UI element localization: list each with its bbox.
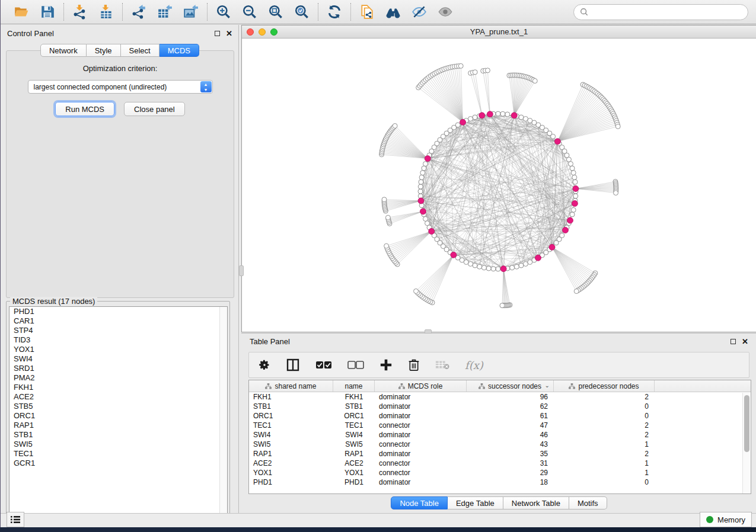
search-box[interactable] — [573, 4, 748, 20]
table-scrollbar-thumb[interactable] — [744, 395, 749, 452]
tab-network-table[interactable]: Network Table — [503, 496, 569, 509]
table-settings-button[interactable] — [259, 356, 270, 374]
network-canvas[interactable] — [242, 39, 756, 332]
table-row[interactable]: TEC1TEC1connector472 — [249, 421, 751, 430]
tab-mcds[interactable]: MCDS — [160, 44, 199, 57]
show-all-button[interactable] — [436, 3, 454, 21]
mcds-hub-node[interactable] — [451, 252, 457, 258]
mcds-result-item[interactable]: TID3 — [9, 335, 227, 345]
network-node[interactable] — [523, 261, 528, 266]
mcds-hub-node[interactable] — [420, 209, 426, 214]
network-node[interactable] — [573, 180, 578, 184]
close-panel-button[interactable]: Close panel — [124, 102, 185, 116]
mcds-result-item[interactable]: STB1 — [9, 430, 227, 440]
export-network-button[interactable] — [130, 3, 148, 21]
network-node[interactable] — [496, 111, 500, 116]
network-node[interactable] — [496, 267, 500, 271]
network-node[interactable] — [571, 207, 576, 212]
network-node[interactable] — [510, 265, 515, 270]
mcds-hub-node[interactable] — [460, 119, 466, 125]
table-row[interactable]: ORC1ORC1dominator610 — [249, 411, 751, 421]
network-node[interactable] — [486, 266, 491, 271]
mcds-list-scrollbar[interactable] — [219, 307, 227, 518]
mcds-result-item[interactable]: YOX1 — [9, 345, 227, 354]
tab-style[interactable]: Style — [87, 44, 121, 57]
mcds-hub-node[interactable] — [479, 113, 485, 118]
network-node[interactable] — [505, 112, 510, 117]
mcds-result-item[interactable]: PHD1 — [9, 307, 227, 316]
zoom-fit-button[interactable] — [267, 3, 285, 21]
network-node[interactable] — [551, 134, 556, 139]
network-node[interactable] — [419, 180, 423, 184]
mcds-hub-node[interactable] — [511, 113, 517, 118]
network-node[interactable] — [528, 259, 532, 264]
table-row[interactable]: RAP1RAP1dominator352 — [249, 449, 751, 459]
save-session-button[interactable] — [39, 3, 56, 21]
mcds-result-item[interactable]: RAP1 — [9, 421, 227, 430]
network-node[interactable] — [418, 189, 423, 194]
network-node[interactable] — [425, 221, 430, 226]
network-node[interactable] — [519, 115, 524, 120]
network-node[interactable] — [491, 267, 496, 271]
import-network-button[interactable] — [71, 3, 89, 21]
show-column-button[interactable] — [286, 356, 300, 374]
network-node[interactable] — [519, 263, 524, 268]
open-file-button[interactable] — [12, 3, 30, 21]
close-panel-icon[interactable]: ✕ — [742, 338, 748, 345]
mcds-result-item[interactable]: CAR1 — [9, 316, 227, 326]
tab-node-table[interactable]: Node Table — [391, 496, 448, 509]
first-neighbors-button[interactable] — [384, 3, 402, 21]
zoom-selected-button[interactable] — [293, 3, 311, 21]
network-node[interactable] — [514, 264, 519, 269]
network-node[interactable] — [468, 117, 473, 121]
mcds-result-item[interactable]: ORC1 — [9, 411, 227, 421]
network-node[interactable] — [423, 216, 428, 221]
zoom-out-button[interactable] — [241, 3, 259, 21]
delete-column-button[interactable] — [408, 356, 420, 374]
column-header-successor-nodes[interactable]: successor nodes⌄ — [467, 380, 554, 392]
mcds-result-item[interactable]: GCR1 — [9, 459, 227, 468]
mcds-result-item[interactable]: ACE2 — [9, 392, 227, 402]
network-node[interactable] — [566, 157, 571, 162]
tab-network[interactable]: Network — [40, 44, 87, 57]
mcds-result-item[interactable]: FKH1 — [9, 383, 227, 392]
mcds-hub-node[interactable] — [554, 139, 560, 145]
network-node[interactable] — [572, 175, 577, 180]
network-node[interactable] — [468, 261, 473, 266]
network-graph[interactable] — [242, 39, 756, 332]
mcds-hub-node[interactable] — [500, 266, 506, 272]
import-table-button[interactable] — [97, 3, 115, 21]
new-network-from-selection-button[interactable] — [358, 3, 376, 21]
mcds-hub-node[interactable] — [418, 198, 424, 204]
network-node[interactable] — [477, 264, 482, 269]
network-node[interactable] — [455, 123, 460, 127]
mcds-hub-node[interactable] — [573, 185, 579, 191]
deselect-all-button[interactable] — [347, 356, 364, 374]
network-node[interactable] — [568, 162, 573, 166]
network-node[interactable] — [420, 171, 425, 175]
network-node[interactable] — [473, 115, 477, 120]
table-row[interactable]: ACE2ACE2connector311 — [249, 459, 751, 468]
mcds-result-item[interactable]: SRD1 — [9, 364, 227, 373]
mcds-hub-node[interactable] — [562, 227, 568, 233]
network-node[interactable] — [570, 212, 575, 217]
mcds-result-list[interactable]: PHD1CAR1STP4TID3YOX1SWI4SRD1PMA2FKH1ACE2… — [9, 306, 228, 518]
table-row[interactable]: SWI5SWI5connector431 — [249, 440, 751, 449]
column-header-name[interactable]: name — [333, 380, 375, 392]
memory-button[interactable]: Memory — [700, 512, 752, 527]
network-titlebar[interactable]: YPA_prune.txt_1 — [242, 25, 756, 39]
column-header-predecessor-nodes[interactable]: predecessor nodes — [554, 380, 655, 392]
table-row[interactable]: STB1STB1dominator620 — [249, 402, 751, 411]
mcds-hub-node[interactable] — [535, 255, 541, 261]
table-row[interactable]: YOX1YOX1connector291 — [249, 468, 751, 477]
run-mcds-button[interactable]: Run MCDS — [55, 102, 114, 116]
node-table[interactable]: shared namenameMCDS rolesuccessor nodes⌄… — [248, 380, 751, 494]
mcds-result-item[interactable]: SWI4 — [9, 354, 227, 364]
export-table-button[interactable] — [156, 3, 174, 21]
network-node[interactable] — [481, 265, 486, 270]
network-node[interactable] — [500, 111, 505, 116]
network-node[interactable] — [473, 263, 477, 268]
criterion-select[interactable]: largest connected component (undirected)… — [28, 80, 213, 94]
network-node[interactable] — [570, 166, 575, 171]
column-header-MCDS-role[interactable]: MCDS role — [375, 380, 467, 392]
